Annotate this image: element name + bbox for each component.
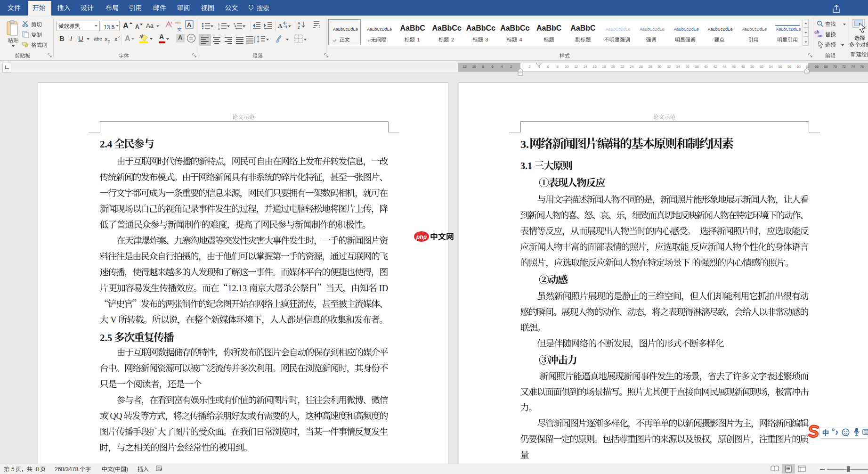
svg-text:5: 5 [11, 466, 15, 473]
svg-text:2.5: 2.5 [100, 332, 112, 343]
svg-text:13.5: 13.5 [104, 24, 115, 31]
svg-text:QQ: QQ [110, 411, 122, 421]
svg-text:): ) [126, 466, 128, 473]
svg-text:ID: ID [379, 284, 388, 293]
svg-text:(: ( [113, 466, 115, 473]
svg-text:3.1: 3.1 [520, 161, 532, 171]
svg-text:3: 3 [485, 37, 488, 42]
svg-text:2: 2 [451, 37, 454, 42]
svg-text:8: 8 [36, 466, 39, 473]
svg-text:3.: 3. [520, 138, 529, 150]
svg-text:V: V [110, 315, 116, 325]
svg-text:268/3478: 268/3478 [55, 466, 78, 473]
svg-text:2.4: 2.4 [100, 139, 113, 150]
svg-text:12.13: 12.13 [228, 284, 247, 293]
svg-text:1: 1 [417, 37, 420, 42]
svg-text:4: 4 [519, 37, 522, 42]
